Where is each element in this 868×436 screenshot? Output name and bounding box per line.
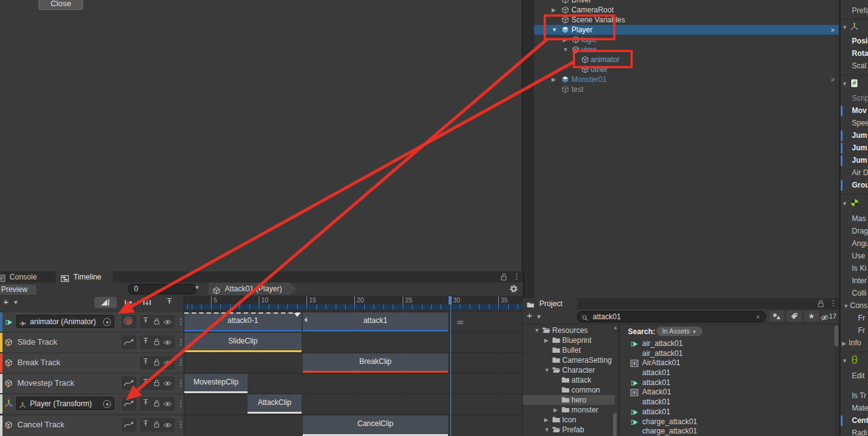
record-button[interactable] — [122, 315, 136, 329]
eye-icon[interactable] — [163, 381, 172, 386]
search-by-label-button[interactable] — [787, 311, 802, 322]
result-row[interactable]: AirAttack01 — [620, 358, 839, 368]
expand-arrow-icon[interactable]: ▶ — [552, 5, 556, 15]
hierarchy-item-monster01[interactable]: ▶ Monster01 > — [534, 75, 839, 84]
results-scrollbar-thumb[interactable] — [834, 325, 838, 347]
lock-icon[interactable] — [500, 273, 508, 281]
hierarchy-item-driver[interactable]: Driver — [534, 0, 839, 5]
hierarchy-item-logic[interactable]: ▶ logic — [534, 35, 839, 45]
gear-icon[interactable] — [509, 284, 518, 293]
lock-icon[interactable] — [153, 359, 160, 366]
collapse-arrow-icon[interactable]: ▼ — [534, 325, 540, 335]
timeline-end-marker[interactable] — [449, 296, 452, 304]
lock-icon[interactable] — [817, 300, 825, 307]
result-row[interactable]: attack01 — [620, 378, 839, 388]
track-cancel[interactable]: {} Cancel Track Ŧ ⋮ — [0, 416, 184, 436]
folder-row-blueprint[interactable]: ▶ Blueprint — [523, 335, 619, 345]
prefab-open-chevron-icon[interactable]: > — [831, 75, 834, 84]
object-picker-icon[interactable] — [103, 318, 111, 326]
expand-arrow-icon[interactable]: ▶ — [544, 415, 548, 425]
folder-row-prefab[interactable]: ▼ Prefab — [523, 425, 619, 435]
folder-row-bullet[interactable]: Bullet — [523, 345, 619, 355]
clip-attack0-1[interactable]: attack0-1 — [184, 312, 302, 332]
folder-row-common[interactable]: common — [523, 385, 619, 395]
result-row[interactable]: air_attack01 — [620, 339, 839, 348]
eye-icon[interactable] — [163, 401, 172, 407]
mix-mode-button[interactable] — [120, 297, 136, 308]
frame-field[interactable]: 0 — [128, 284, 197, 294]
track-lane[interactable] — [184, 394, 522, 414]
constraints-foldout-icon[interactable]: ▼ — [843, 301, 849, 311]
timeline-ruler[interactable]: 5 10 15 20 25 30 35 — [184, 296, 523, 309]
expand-arrow-icon[interactable]: ▶ — [552, 75, 556, 84]
clip-break[interactable]: BreakClip — [303, 353, 448, 373]
curves-button[interactable] — [122, 418, 136, 432]
pin-icon[interactable]: Ŧ — [143, 337, 148, 345]
frame-dropdown-icon[interactable]: ▼ — [194, 284, 200, 291]
component-foldout-icon[interactable]: ▼ — [842, 199, 848, 209]
pin-icon[interactable]: Ŧ — [143, 398, 148, 407]
curves-toggle-button[interactable] — [94, 297, 117, 308]
lock-icon[interactable] — [153, 318, 160, 325]
clip-attack1[interactable]: attack1 — [303, 312, 448, 332]
folder-row-camerasetting[interactable]: CameraSetting — [523, 355, 619, 365]
lock-icon[interactable] — [153, 379, 160, 386]
folder-row-attack[interactable]: attack — [523, 375, 619, 385]
search-scope-pill[interactable]: In Assets ▼ — [656, 327, 702, 336]
component-foldout-icon[interactable]: ▼ — [842, 22, 848, 32]
close-button[interactable]: Close — [38, 0, 83, 10]
track-break[interactable]: {} Break Track Ŧ ⋮ — [0, 353, 184, 373]
collapse-arrow-icon[interactable]: ▼ — [552, 25, 557, 35]
track-player-transform[interactable]: Player (Transform) Ŧ ⋮ — [0, 394, 184, 414]
hierarchy-item-view[interactable]: ▼ view — [534, 45, 839, 55]
pin-icon[interactable]: Ŧ — [143, 316, 148, 325]
lock-icon[interactable] — [153, 421, 160, 428]
clip-movestep[interactable]: MovestepClip — [184, 374, 248, 393]
expand-arrow-icon[interactable]: ▶ — [563, 35, 567, 45]
hidden-count-button[interactable]: 17 — [820, 311, 839, 322]
result-row[interactable]: air_attack01 — [620, 349, 839, 358]
pin-icon[interactable]: Ŧ — [143, 419, 148, 428]
clip-cancel[interactable]: CancelClip — [303, 416, 448, 436]
tree-scroll-up-icon[interactable]: ▲ — [613, 325, 618, 330]
result-row[interactable]: Attack01 — [620, 388, 839, 397]
track-slide[interactable]: {} Slide Track Ŧ ⋮ — [0, 333, 184, 352]
folder-row-resources[interactable]: ▼ Resources — [523, 325, 619, 335]
preview-toggle[interactable]: Preview — [0, 284, 37, 296]
info-foldout-icon[interactable]: ▶ — [842, 338, 846, 348]
lock-icon[interactable] — [153, 400, 160, 407]
timeline-breadcrumb[interactable]: Attack01 (Player) — [208, 283, 297, 295]
component-foldout-icon[interactable]: ▼ — [842, 356, 848, 366]
tree-scrollbar-thumb[interactable] — [613, 413, 617, 436]
create-asset-button[interactable]: + — [527, 310, 532, 320]
curves-button[interactable] — [122, 397, 136, 411]
collapse-arrow-icon[interactable]: ▼ — [544, 365, 550, 375]
expand-arrow-icon[interactable]: ▶ — [553, 405, 558, 415]
track-binding-field[interactable]: Player (Transform) — [16, 397, 114, 410]
add-track-button[interactable]: + — [3, 296, 9, 307]
panel-menu-icon[interactable]: ⋮ — [830, 299, 837, 307]
lock-icon[interactable] — [153, 338, 160, 345]
hierarchy-item-other[interactable]: other — [534, 65, 839, 75]
track-animator[interactable]: animator (Animator) Ŧ ⋮ — [0, 312, 184, 332]
eye-icon[interactable] — [163, 319, 172, 325]
track-movestep[interactable]: {} Movestep Track Ŧ ⋮ — [0, 374, 184, 393]
project-search-field[interactable]: attack01 × — [577, 311, 766, 322]
expand-arrow-icon[interactable]: ▶ — [544, 335, 548, 345]
result-row[interactable]: charge_attack01 — [620, 417, 839, 427]
eye-icon[interactable] — [163, 360, 172, 366]
result-row[interactable]: attack01 — [620, 407, 839, 417]
hierarchy-item-cameraroot[interactable]: ▶ CameraRoot — [534, 5, 839, 15]
collapse-arrow-icon[interactable]: ▼ — [544, 425, 550, 435]
marker-toggle-button[interactable]: Ŧ — [161, 296, 177, 307]
prefab-open-chevron-icon[interactable]: > — [831, 25, 834, 35]
tab-project[interactable]: Project — [523, 298, 578, 309]
result-row[interactable]: attack01 — [620, 397, 839, 407]
pin-icon[interactable]: Ŧ — [143, 357, 148, 366]
add-track-dropdown-icon[interactable]: ▼ — [13, 299, 19, 306]
folder-row-hero[interactable]: hero — [523, 395, 615, 405]
eye-icon[interactable] — [163, 340, 172, 345]
result-row[interactable]: charge_attack01 — [620, 427, 839, 436]
hierarchy-item-test[interactable]: test — [534, 84, 839, 94]
tracks-clips-divider[interactable] — [184, 296, 184, 436]
